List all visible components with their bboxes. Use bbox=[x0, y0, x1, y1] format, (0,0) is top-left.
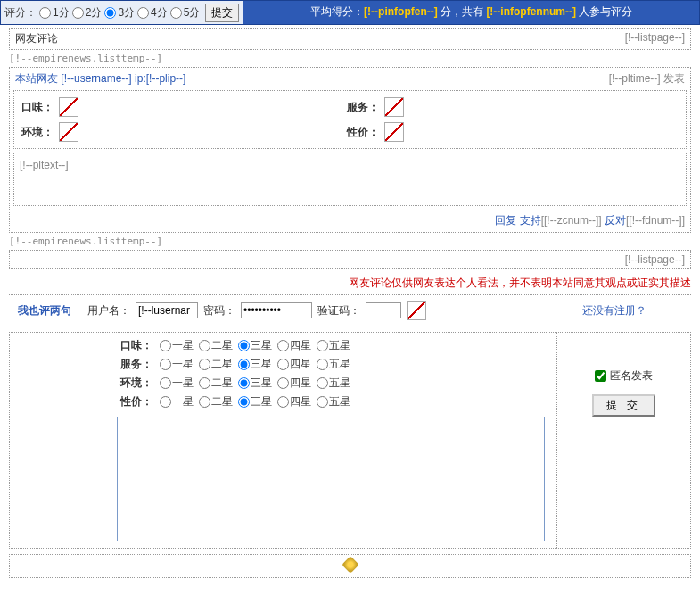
captcha-image-icon bbox=[407, 301, 426, 320]
support-link[interactable]: 支持 bbox=[520, 214, 541, 227]
star-option[interactable]: 三星 bbox=[238, 376, 272, 391]
rating-label: 评分： bbox=[4, 5, 37, 21]
star-option[interactable]: 五星 bbox=[317, 357, 350, 372]
star-option[interactable]: 四星 bbox=[277, 376, 311, 391]
footer-bar bbox=[9, 554, 691, 578]
password-input[interactable] bbox=[241, 302, 312, 318]
rating-env: 环境： bbox=[18, 120, 343, 145]
star-option[interactable]: 二星 bbox=[199, 394, 233, 409]
rating-opt-4[interactable]: 4分 bbox=[136, 5, 168, 21]
rating-opt-3[interactable]: 3分 bbox=[103, 5, 135, 21]
broken-image-icon bbox=[59, 122, 78, 142]
rating-selector: 评分： 1分 2分 3分 4分 5分 提交 bbox=[1, 1, 243, 24]
comment-user: 本站网友 [!--username--] ip:[!--plip--] bbox=[15, 71, 185, 87]
comment-actions: 回复 支持[[!--zcnum--]] 反对[[!--fdnum--]] bbox=[10, 210, 690, 232]
star-option[interactable]: 二星 bbox=[199, 338, 233, 353]
broken-image-icon bbox=[384, 122, 404, 142]
star-row: 口味：一星二星三星四星五星 bbox=[117, 336, 556, 355]
comment-text: [!--pltext--] bbox=[13, 153, 687, 206]
login-row: 我也评两句 用户名： 密码： 验证码： 还没有注册？ bbox=[9, 294, 691, 326]
rating-opt-2[interactable]: 2分 bbox=[71, 5, 103, 21]
star-option[interactable]: 一星 bbox=[160, 394, 194, 409]
star-option[interactable]: 四星 bbox=[277, 357, 311, 372]
star-option[interactable]: 四星 bbox=[277, 394, 311, 409]
template-marker-end: [!--empirenews.listtemp--] bbox=[9, 235, 691, 247]
comment-time: [!--pltime--] 发表 bbox=[609, 71, 685, 87]
anonymous-checkbox[interactable]: 匿名发表 bbox=[566, 368, 681, 384]
star-option[interactable]: 三星 bbox=[238, 394, 272, 409]
oppose-link[interactable]: 反对 bbox=[605, 214, 626, 227]
rating-summary: 平均得分：[!--pinfopfen--] 分，共有 [!--infopfenn… bbox=[243, 1, 699, 24]
comment-item: 本站网友 [!--username--] ip:[!--plip--] [!--… bbox=[9, 67, 691, 233]
gold-cube-icon bbox=[342, 556, 359, 574]
comments-title: 网友评论 bbox=[15, 31, 58, 46]
rating-taste: 口味： bbox=[18, 95, 343, 120]
comment-textarea[interactable] bbox=[117, 417, 545, 541]
rating-service: 服务： bbox=[343, 95, 669, 120]
star-option[interactable]: 三星 bbox=[238, 357, 272, 372]
star-option[interactable]: 二星 bbox=[199, 357, 233, 372]
rating-submit-button[interactable]: 提交 bbox=[205, 4, 239, 22]
register-link[interactable]: 还没有注册？ bbox=[582, 303, 646, 318]
comments-header: 网友评论 [!--listpage--] bbox=[9, 28, 691, 50]
reply-link[interactable]: 回复 bbox=[495, 214, 516, 227]
listpage-bottom-box: [!--listpage--] bbox=[9, 250, 691, 269]
submit-comment-button[interactable]: 提 交 bbox=[592, 394, 655, 417]
star-option[interactable]: 五星 bbox=[317, 394, 350, 409]
star-row: 服务：一星二星三星四星五星 bbox=[117, 355, 556, 374]
top-rating-bar: 评分： 1分 2分 3分 4分 5分 提交 平均得分：[!--pinfopfen… bbox=[0, 0, 700, 25]
star-option[interactable]: 五星 bbox=[317, 376, 350, 391]
listpage-bottom: [!--listpage--] bbox=[15, 253, 685, 266]
star-row: 环境：一星二星三星四星五星 bbox=[117, 374, 556, 392]
username-input[interactable] bbox=[136, 302, 198, 318]
broken-image-icon bbox=[384, 97, 404, 117]
star-row: 性价：一星二星三星四星五星 bbox=[117, 392, 556, 411]
star-option[interactable]: 一星 bbox=[160, 357, 194, 372]
disclaimer-text: 网友评论仅供网友表达个人看法，并不表明本站同意其观点或证实其描述 bbox=[0, 272, 700, 294]
star-option[interactable]: 四星 bbox=[277, 338, 311, 353]
star-option[interactable]: 一星 bbox=[160, 338, 194, 353]
star-option[interactable]: 一星 bbox=[160, 376, 194, 391]
captcha-input[interactable] bbox=[366, 302, 401, 318]
star-option[interactable]: 三星 bbox=[238, 338, 272, 353]
template-marker-start: [!--empirenews.listtemp--] bbox=[9, 53, 691, 64]
rating-form: 口味：一星二星三星四星五星服务：一星二星三星四星五星环境：一星二星三星四星五星性… bbox=[9, 332, 691, 549]
broken-image-icon bbox=[59, 97, 78, 117]
rating-opt-1[interactable]: 1分 bbox=[38, 5, 70, 21]
listpage-top: [!--listpage--] bbox=[625, 31, 685, 46]
rating-opt-5[interactable]: 5分 bbox=[169, 5, 201, 21]
star-option[interactable]: 五星 bbox=[317, 338, 350, 353]
star-option[interactable]: 二星 bbox=[199, 376, 233, 391]
comment-form-title: 我也评两句 bbox=[18, 303, 71, 318]
rating-value: 性价： bbox=[343, 120, 669, 145]
